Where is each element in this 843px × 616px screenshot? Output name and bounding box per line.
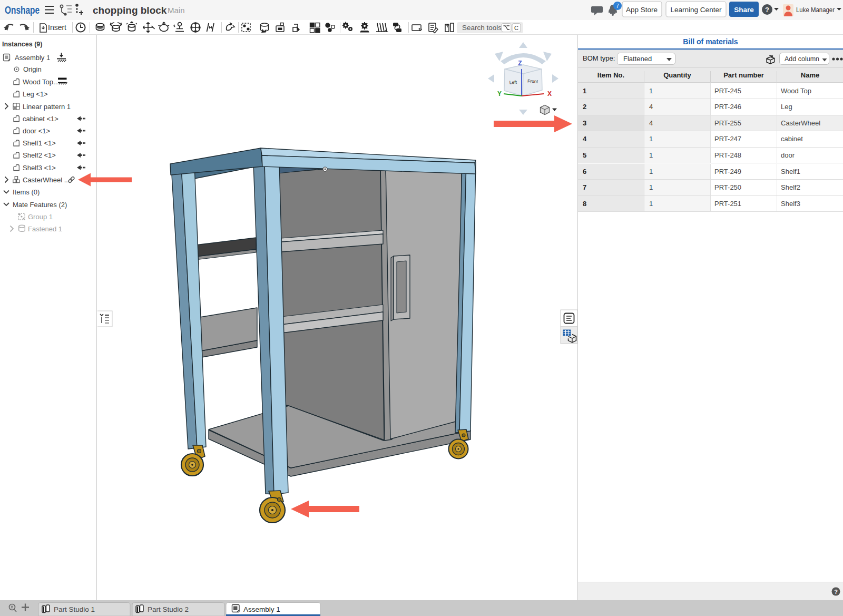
svg-text:7: 7	[616, 3, 619, 9]
svg-text:Search tools...: Search tools...	[462, 24, 507, 32]
svg-text:Items (0): Items (0)	[13, 188, 40, 196]
svg-text:Instances (9): Instances (9)	[2, 41, 42, 48]
svg-text:?: ?	[834, 589, 838, 595]
svg-text:Origin: Origin	[23, 65, 42, 73]
svg-text:Onshape: Onshape	[5, 4, 40, 16]
svg-text:Left: Left	[509, 79, 517, 85]
svg-text:Assembly 1: Assembly 1	[15, 54, 50, 62]
svg-text:CasterWheel ..: CasterWheel ..	[23, 176, 68, 184]
svg-text:Fastened 1: Fastened 1	[28, 225, 62, 233]
svg-text:Main: Main	[168, 6, 185, 15]
svg-text:Shelf1 <1>: Shelf1 <1>	[23, 139, 56, 147]
svg-text:X: X	[547, 90, 552, 97]
svg-text:Group 1: Group 1	[28, 213, 53, 221]
svg-text:Leg <1>: Leg <1>	[23, 90, 48, 98]
svg-text:?: ?	[765, 6, 769, 14]
svg-text:Shelf2 <1>: Shelf2 <1>	[23, 151, 56, 159]
svg-text:App Store: App Store	[626, 6, 658, 14]
svg-text:Assembly 1: Assembly 1	[243, 605, 280, 613]
svg-text:door <1>: door <1>	[23, 127, 50, 135]
svg-text:Part Studio 1: Part Studio 1	[54, 605, 95, 613]
svg-text:Linear pattern 1: Linear pattern 1	[23, 103, 71, 111]
svg-text:Part Studio 2: Part Studio 2	[148, 605, 189, 613]
svg-text:Share: Share	[734, 6, 754, 14]
svg-text:Front: Front	[527, 78, 538, 84]
svg-text:C: C	[514, 25, 518, 31]
svg-text:Learning Center: Learning Center	[671, 6, 722, 14]
svg-text:cabinet <1>: cabinet <1>	[23, 115, 58, 123]
svg-text:chopping block: chopping block	[93, 5, 167, 16]
svg-text:Shelf3 <1>: Shelf3 <1>	[23, 164, 56, 172]
svg-text:Luke Manager: Luke Manager	[796, 6, 835, 14]
svg-text:Wood Top...: Wood Top...	[23, 78, 59, 86]
svg-text:Z: Z	[518, 60, 522, 67]
svg-text:Y: Y	[497, 90, 502, 97]
svg-text:Insert: Insert	[48, 23, 66, 32]
svg-text:Mate Features (2): Mate Features (2)	[13, 201, 67, 209]
